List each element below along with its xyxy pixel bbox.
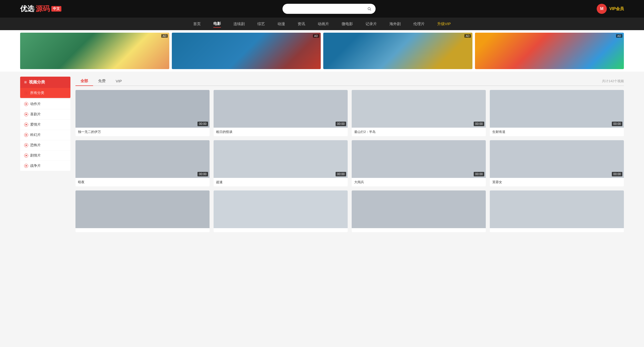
video-card-11[interactable] — [490, 190, 624, 232]
video-card-7[interactable]: 00:00 芙蓉女 — [490, 140, 624, 186]
play-icon-action — [24, 102, 28, 106]
nav-item-movie[interactable]: 电影 — [213, 20, 221, 28]
play-icon-romance — [24, 123, 28, 127]
nav-item-cartoon[interactable]: 动画片 — [318, 21, 329, 27]
video-card-4[interactable]: 00:00 暗夜 — [75, 140, 210, 186]
sidebar-item-war[interactable]: 战争片 — [20, 161, 70, 171]
ad-badge-4: AD — [616, 34, 622, 38]
video-card-6[interactable]: 00:00 大阅兵 — [352, 140, 486, 186]
nav-item-overseas[interactable]: 海外剧 — [389, 21, 401, 27]
nav-item-home[interactable]: 首页 — [193, 21, 201, 27]
video-thumb-0: 00:00 — [75, 90, 210, 128]
content-area: 全部 免费 VIP 共计142个视频 00:00 独一无二的伊万 00:00 粗… — [75, 77, 624, 232]
video-card-10[interactable] — [352, 190, 486, 232]
video-duration-2: 00:00 — [474, 122, 484, 126]
svg-line-1 — [370, 10, 371, 11]
video-thumb-9 — [214, 190, 348, 228]
top-header: 优选 源码 中文 M VIP会员 — [0, 0, 644, 18]
video-thumb-4: 00:00 — [75, 140, 210, 178]
user-area: M VIP会员 — [597, 4, 624, 14]
nav-item-documentary[interactable]: 记录片 — [366, 21, 377, 27]
video-thumb-3: 00:00 — [490, 90, 624, 128]
video-title-3: 生财有道 — [490, 128, 624, 136]
video-card-8[interactable] — [75, 190, 210, 232]
nav-item-news[interactable]: 资讯 — [298, 21, 305, 27]
video-title-5: 超速 — [214, 178, 348, 186]
sidebar: 视频分类 所有分类 动作片 喜剧片 爱情片 科幻片 — [20, 77, 70, 232]
banner-ad-3[interactable]: AD — [323, 33, 472, 69]
video-grid: 00:00 独一无二的伊万 00:00 粗日的怪谈 00:00 釜山行2：半岛 … — [75, 90, 624, 232]
video-title-7: 芙蓉女 — [490, 178, 624, 186]
tab-free[interactable]: 免费 — [93, 77, 111, 85]
sidebar-item-romance[interactable]: 爱情片 — [20, 120, 70, 130]
nav-item-variety[interactable]: 综艺 — [257, 21, 265, 27]
sidebar-header-label: 视频分类 — [29, 80, 45, 85]
video-duration-1: 00:00 — [336, 122, 346, 126]
nav-item-anime[interactable]: 动漫 — [277, 21, 285, 27]
sidebar-item-label-romance: 爱情片 — [30, 122, 41, 127]
logo-area: 优选 源码 中文 — [20, 4, 61, 14]
video-thumb-1: 00:00 — [214, 90, 348, 128]
video-title-0: 独一无二的伊万 — [75, 128, 210, 136]
main-content: 视频分类 所有分类 动作片 喜剧片 爱情片 科幻片 — [0, 72, 644, 237]
sidebar-item-label-war: 战争片 — [30, 164, 41, 168]
search-area — [283, 4, 376, 14]
play-icon-war — [24, 164, 28, 168]
video-duration-0: 00:00 — [197, 122, 208, 126]
video-duration-6: 00:00 — [474, 172, 484, 176]
video-card-2[interactable]: 00:00 釜山行2：半岛 — [352, 90, 486, 136]
video-title-6: 大阅兵 — [352, 178, 486, 186]
sidebar-item-comedy[interactable]: 喜剧片 — [20, 109, 70, 120]
video-duration-7: 00:00 — [612, 172, 622, 176]
content-tabs: 全部 免费 VIP 共计142个视频 — [75, 77, 624, 86]
banner-ad-2[interactable]: AD — [172, 33, 321, 69]
nav-item-series[interactable]: 连续剧 — [233, 21, 245, 27]
ad-badge-3: AD — [464, 34, 471, 38]
play-icon-all — [24, 91, 28, 95]
logo-red: 源码 — [36, 4, 50, 14]
video-duration-3: 00:00 — [612, 122, 622, 126]
sidebar-item-scifi[interactable]: 科幻片 — [20, 130, 70, 140]
play-icon-comedy — [24, 112, 28, 116]
video-title-1: 粗日的怪谈 — [214, 128, 348, 136]
sidebar-item-action[interactable]: 动作片 — [20, 99, 70, 109]
sidebar-item-label-horror: 恐怖片 — [30, 143, 41, 147]
search-button[interactable] — [363, 4, 376, 14]
video-card-1[interactable]: 00:00 粗日的怪谈 — [214, 90, 348, 136]
video-thumb-11 — [490, 190, 624, 228]
sidebar-all-categories[interactable]: 所有分类 — [20, 88, 70, 98]
video-title-11 — [490, 228, 624, 232]
logo-main: 优选 — [20, 4, 34, 14]
video-card-3[interactable]: 00:00 生财有道 — [490, 90, 624, 136]
video-thumb-5: 00:00 — [214, 140, 348, 178]
vip-label[interactable]: VIP会员 — [609, 6, 624, 12]
nav-bar: 首页 电影 连续剧 综艺 动漫 资讯 动画片 微电影 记录片 海外剧 伦理片 升… — [0, 18, 644, 30]
sidebar-header: 视频分类 — [20, 77, 70, 88]
sidebar-item-label-scifi: 科幻片 — [30, 133, 41, 137]
banner-ad-4[interactable]: AD — [475, 33, 624, 69]
video-thumb-2: 00:00 — [352, 90, 486, 128]
video-card-5[interactable]: 00:00 超速 — [214, 140, 348, 186]
banner-ad-1[interactable]: AD — [20, 33, 169, 69]
sidebar-item-label-drama: 剧情片 — [30, 153, 41, 158]
video-title-2: 釜山行2：半岛 — [352, 128, 486, 136]
nav-item-upgrade-vip[interactable]: 升级VIP — [437, 21, 451, 27]
video-card-9[interactable] — [214, 190, 348, 232]
sidebar-item-label-action: 动作片 — [30, 102, 41, 106]
nav-item-ethics[interactable]: 伦理片 — [413, 21, 425, 27]
video-thumb-7: 00:00 — [490, 140, 624, 178]
video-title-4: 暗夜 — [75, 178, 210, 186]
nav-item-short-film[interactable]: 微电影 — [342, 21, 353, 27]
ad-badge-1: AD — [161, 34, 168, 38]
tab-all[interactable]: 全部 — [75, 77, 93, 85]
video-title-10 — [352, 228, 486, 232]
sidebar-item-drama[interactable]: 剧情片 — [20, 151, 70, 161]
video-duration-4: 00:00 — [197, 172, 208, 176]
sidebar-item-horror[interactable]: 恐怖片 — [20, 140, 70, 151]
video-card-0[interactable]: 00:00 独一无二的伊万 — [75, 90, 210, 136]
avatar[interactable]: M — [597, 4, 607, 14]
tab-vip[interactable]: VIP — [111, 77, 127, 85]
ad-badge-2: AD — [313, 34, 319, 38]
search-input[interactable] — [283, 4, 363, 14]
banner-area: AD AD AD AD — [0, 30, 644, 72]
